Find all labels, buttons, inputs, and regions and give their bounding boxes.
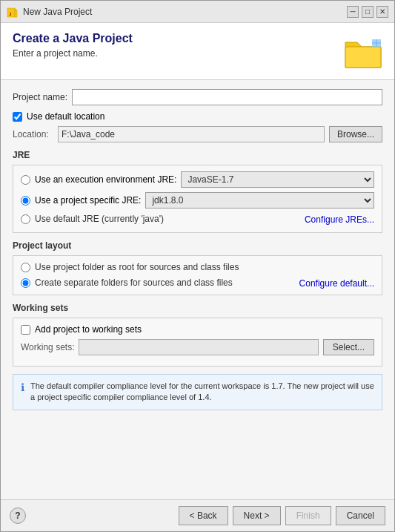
header-text: Create a Java Project Enter a project na… — [13, 32, 133, 59]
location-input[interactable] — [58, 126, 325, 142]
title-bar-title: New Java Project — [23, 7, 92, 17]
footer-buttons: < Back Next > Finish Cancel — [179, 506, 385, 525]
project-name-row: Project name: — [13, 89, 382, 105]
title-bar-left: J New Java Project — [7, 6, 92, 18]
default-location-label: Use default location — [27, 111, 104, 122]
footer: ? < Back Next > Finish Cancel — [1, 499, 394, 531]
layout-section-label: Project layout — [13, 240, 382, 251]
location-label: Location: — [13, 129, 53, 139]
main-content: Project name: Use default location Locat… — [1, 80, 394, 499]
maximize-button[interactable]: □ — [362, 6, 374, 18]
info-box: ℹ The default compiler compliance level … — [13, 374, 382, 410]
dialog-subtext: Enter a project name. — [13, 48, 133, 59]
svg-text:J: J — [9, 12, 11, 16]
back-button[interactable]: < Back — [179, 506, 228, 525]
project-name-label: Project name: — [13, 92, 72, 102]
jre-execution-label: Use an execution environment JRE: — [35, 174, 176, 185]
svg-rect-5 — [345, 47, 381, 68]
configure-default-link[interactable]: Configure default... — [299, 278, 374, 289]
layout-single-label: Use project folder as root for sources a… — [35, 262, 239, 272]
layout-single-radio[interactable] — [21, 263, 30, 272]
info-icon: ℹ — [21, 381, 24, 393]
working-sets-input-label: Working sets: — [21, 342, 74, 352]
java-project-icon: J — [7, 6, 19, 18]
select-button[interactable]: Select... — [323, 339, 374, 355]
jre-default-radio[interactable] — [21, 214, 30, 224]
folder-icon — [344, 32, 382, 70]
jre-execution-radio[interactable] — [21, 175, 30, 185]
configure-jres-link[interactable]: Configure JREs... — [305, 214, 374, 225]
jre-option1-row: Use an execution environment JRE: JavaSE… — [21, 171, 374, 188]
browse-button[interactable]: Browse... — [329, 126, 382, 142]
layout-option1-row: Use project folder as root for sources a… — [21, 262, 374, 272]
default-location-row: Use default location — [13, 111, 382, 122]
next-button[interactable]: Next > — [233, 506, 281, 525]
help-button[interactable]: ? — [10, 508, 26, 524]
jre-default-label: Use default JRE (currently 'java') — [35, 214, 164, 224]
layout-section: Use project folder as root for sources a… — [13, 255, 382, 295]
info-text: The default compiler compliance level fo… — [30, 381, 374, 404]
jre-option3-row: Use default JRE (currently 'java') — [21, 214, 164, 224]
jre-section: Use an execution environment JRE: JavaSE… — [13, 165, 382, 233]
working-sets-checkbox[interactable] — [21, 325, 30, 335]
title-bar: J New Java Project ─ □ ✕ — [1, 1, 394, 23]
dialog-window: J New Java Project ─ □ ✕ Create a Java P… — [0, 0, 395, 532]
svg-rect-2 — [15, 10, 17, 17]
layout-option2-row: Create separate folders for sources and … — [21, 278, 233, 288]
jre-option2-row: Use a project specific JRE: jdk1.8.0 — [21, 192, 374, 208]
finish-button[interactable]: Finish — [285, 506, 331, 525]
working-sets-section: Add project to working sets Working sets… — [13, 318, 382, 367]
header-section: Create a Java Project Enter a project na… — [1, 23, 394, 80]
working-sets-section-label: Working sets — [13, 303, 382, 313]
working-sets-checkbox-row: Add project to working sets — [21, 324, 374, 335]
project-name-input[interactable] — [72, 89, 382, 105]
default-location-checkbox[interactable] — [13, 112, 22, 122]
jre-specific-radio[interactable] — [21, 196, 30, 206]
close-button[interactable]: ✕ — [376, 6, 388, 18]
jre-execution-select[interactable]: JavaSE-1.7 — [181, 171, 374, 188]
minimize-button[interactable]: ─ — [347, 6, 359, 18]
location-row: Location: Browse... — [13, 126, 382, 142]
jre-specific-select[interactable]: jdk1.8.0 — [145, 192, 374, 208]
cancel-button[interactable]: Cancel — [336, 506, 385, 525]
working-sets-label: Add project to working sets — [35, 324, 142, 335]
jre-specific-label: Use a project specific JRE: — [35, 195, 141, 206]
footer-left: ? — [10, 508, 26, 524]
working-sets-input[interactable] — [79, 339, 318, 355]
svg-marker-1 — [15, 8, 17, 10]
layout-separate-label: Create separate folders for sources and … — [35, 278, 233, 288]
dialog-heading: Create a Java Project — [13, 32, 133, 45]
title-bar-controls: ─ □ ✕ — [347, 6, 388, 18]
layout-separate-radio[interactable] — [21, 278, 30, 288]
working-sets-input-row: Working sets: Select... — [21, 339, 374, 355]
jre-section-label: JRE — [13, 150, 382, 160]
